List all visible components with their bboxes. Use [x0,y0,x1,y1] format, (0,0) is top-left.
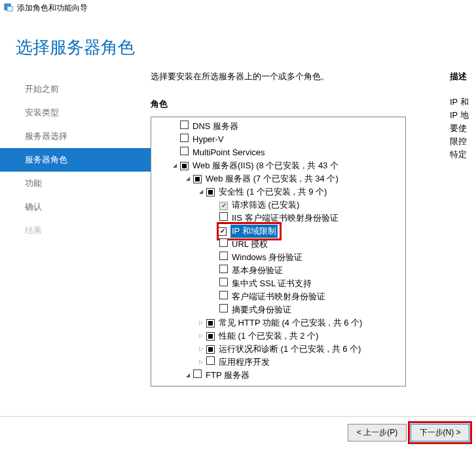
tree-row[interactable]: 基本身份验证 [151,264,405,277]
roles-label: 角色 [151,98,430,110]
instruction-text: 选择要安装在所选服务器上的一个或多个角色。 [151,71,430,83]
expander-closed-icon[interactable] [197,316,205,330]
tree-item-label: Web 服务器(IIS) (8 个已安装 , 共 43 个 [192,160,339,170]
tree-row[interactable]: 性能 (1 个已安装 , 共 2 个) [151,330,405,343]
tree-item-label: DNS 服务器 [192,121,238,131]
roles-tree[interactable]: DNS 服务器Hyper-VMultiPoint ServicesWeb 服务器… [151,117,406,386]
tree-item-label: 常见 HTTP 功能 (4 个已安装 , 共 6 个) [219,318,362,328]
tree-row[interactable]: Web 服务器 (7 个已安装 , 共 34 个) [151,172,405,185]
expander-open-icon[interactable] [184,172,192,185]
checkbox[interactable] [219,304,228,312]
expander-open-icon[interactable] [197,185,205,198]
checkbox[interactable] [206,319,215,328]
tree-item-label: IP 和域限制 [230,225,278,238]
tree-item-label: 客户端证书映射身份验证 [232,292,325,301]
tree-item-label: Hyper-V [192,134,224,144]
tree-row[interactable]: 摘要式身份验证 [151,303,405,316]
checkbox[interactable] [219,265,228,273]
checkbox[interactable] [218,227,227,236]
checkbox[interactable] [206,345,215,354]
expander-open-icon[interactable] [171,159,179,172]
tree-item-label: IIS 客户端证书映射身份验证 [232,213,339,223]
expander-closed-icon[interactable] [197,330,205,343]
tree-row[interactable]: 常见 HTTP 功能 (4 个已安装 , 共 6 个) [151,316,405,330]
tree-row[interactable]: FTP 服务器 [151,369,405,382]
tree-row[interactable]: IIS 客户端证书映射身份验证 [151,212,405,225]
checkbox[interactable] [206,188,215,197]
previous-button[interactable]: < 上一步(P) [348,424,407,442]
wizard-icon [4,3,13,14]
tree-row[interactable]: DNS 服务器 [151,120,405,133]
tree-item-label: 集中式 SSL 证书支持 [232,278,312,288]
tree-item-label: 基本身份验证 [232,265,283,275]
tree-item-label: URL 授权 [232,239,268,249]
tree-item-label: MultiPoint Services [192,147,265,157]
sidebar-item-before-you-begin[interactable]: 开始之前 [0,77,151,101]
tree-item-label: 应用程序开发 [219,357,270,367]
checkbox [219,202,228,210]
expander-closed-icon[interactable] [197,343,205,356]
tree-row[interactable]: 集中式 SSL 证书支持 [151,277,405,290]
expander-open-icon[interactable] [184,369,192,382]
checkbox[interactable] [206,356,215,365]
tree-item-label: 摘要式身份验证 [232,305,291,314]
checkbox[interactable] [193,175,202,183]
tree-row[interactable]: 请求筛选 (已安装) [151,198,405,212]
window-titlebar: 添加角色和功能向导 [0,0,476,16]
checkbox[interactable] [206,332,215,341]
tree-item-label: 安全性 (1 个已安装 , 共 9 个) [219,187,327,197]
checkbox[interactable] [180,134,189,142]
checkbox[interactable] [180,162,189,170]
sidebar-item-confirm[interactable]: 确认 [0,195,151,219]
description-text: IP 和 IP 地 要使 限控 特定 [450,96,476,161]
tree-item-label: 运行状况和诊断 (1 个已安装 , 共 6 个) [219,344,361,354]
checkbox[interactable] [193,369,202,378]
checkbox[interactable] [219,252,228,260]
tree-item-label: 请求筛选 (已安装) [232,200,299,210]
tree-row[interactable]: Windows 身份验证 [151,251,405,264]
description-label: 描述 [450,71,476,83]
checkbox[interactable] [219,278,228,286]
tree-item-label: 性能 (1 个已安装 , 共 2 个) [219,331,318,341]
tree-row[interactable]: 客户端证书映射身份验证 [151,290,405,303]
checkbox[interactable] [219,291,228,299]
checkbox[interactable] [180,147,189,155]
tree-row[interactable]: URL 授权 [151,238,405,251]
tree-item-label: Windows 身份验证 [232,252,302,262]
sidebar-item-features[interactable]: 功能 [0,172,151,195]
tree-row[interactable]: 运行状况和诊断 (1 个已安装 , 共 6 个) [151,343,405,356]
tree-row[interactable]: MultiPoint Services [151,146,405,159]
checkbox[interactable] [180,121,189,129]
checkbox[interactable] [219,238,228,247]
tree-item-label: Web 服务器 (7 个已安装 , 共 34 个) [206,174,339,183]
footer-divider [0,416,476,417]
description-panel: 描述 IP 和 IP 地 要使 限控 特定 [450,71,476,386]
page-title: 选择服务器角色 [16,36,476,59]
checkbox[interactable] [219,212,228,221]
window-title: 添加角色和功能向导 [17,3,88,14]
sidebar-item-install-type[interactable]: 安装类型 [0,101,151,124]
wizard-sidebar: 开始之前 安装类型 服务器选择 服务器角色 功能 确认 结果 [0,71,151,386]
sidebar-item-server-roles[interactable]: 服务器角色 [0,148,151,172]
tree-row[interactable]: 应用程序开发 [151,356,405,369]
svg-rect-1 [7,7,12,11]
sidebar-item-results: 结果 [0,219,151,242]
sidebar-item-server-selection[interactable]: 服务器选择 [0,124,151,148]
next-button[interactable]: 下一步(N) > [411,424,469,442]
tree-row[interactable]: 安全性 (1 个已安装 , 共 9 个) [151,185,405,198]
tree-row[interactable]: IP 和域限制 [151,225,405,238]
expander-closed-icon[interactable] [197,356,205,369]
tree-row[interactable]: Hyper-V [151,133,405,146]
tree-row[interactable]: Web 服务器(IIS) (8 个已安装 , 共 43 个 [151,159,405,172]
tree-item-label: FTP 服务器 [206,370,249,380]
